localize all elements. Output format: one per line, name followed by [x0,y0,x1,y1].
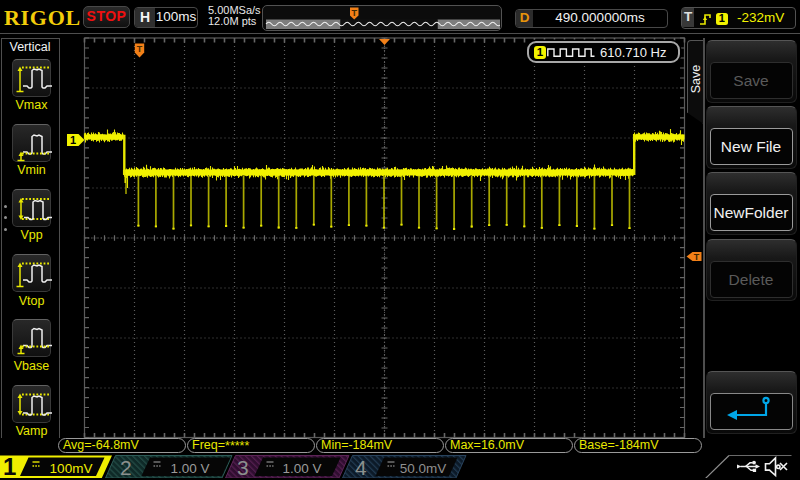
svg-text:50.0mV: 50.0mV [400,460,447,475]
svg-text:T: T [351,7,357,17]
svg-text:1: 1 [3,455,16,479]
svg-text:1: 1 [70,134,76,146]
svg-text:3: 3 [237,455,249,478]
svg-text:1.00 V: 1.00 V [282,460,321,475]
svg-text:2: 2 [120,455,132,478]
svg-text:T: T [137,44,143,54]
svg-text:4: 4 [355,455,367,478]
svg-text:100mV: 100mV [50,460,93,475]
svg-text:1.00 V: 1.00 V [170,460,209,475]
